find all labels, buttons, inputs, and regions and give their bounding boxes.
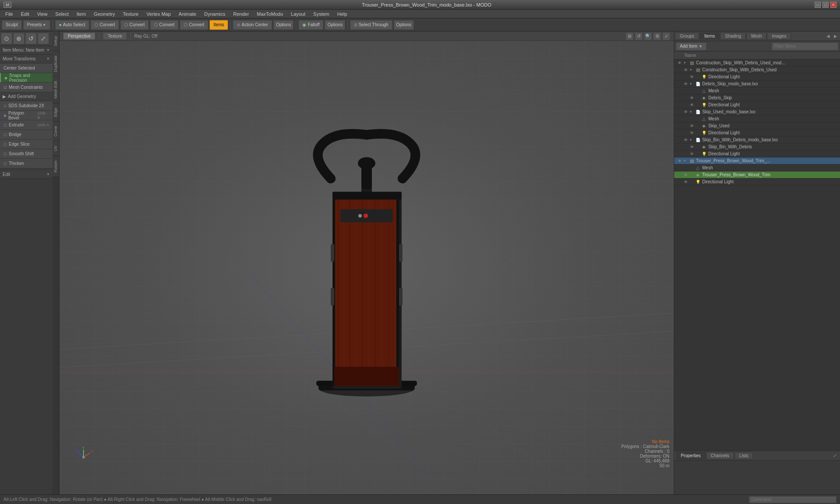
options1-button[interactable]: Options	[273, 20, 294, 30]
eye-icon[interactable]: 👁	[682, 180, 689, 184]
list-item[interactable]: 👁▾📄Skip_Bin_With_Debris_modo_base.lxo	[674, 136, 840, 144]
maximize-button[interactable]: □	[822, 2, 829, 8]
mesh-constraints-button[interactable]: ⊡ Mesh Constraints	[0, 83, 52, 92]
list-item[interactable]: 👁▾▤Trouser_Press_Brown_Wood_Trim_...	[674, 158, 840, 164]
snaps-precision-button[interactable]: ◈ Snaps and Precision	[0, 73, 52, 83]
viewport-icon-3[interactable]: 🔍	[644, 32, 652, 40]
bridge-button[interactable]: ⬡ Bridge	[0, 130, 52, 140]
tab-meshedit[interactable]: Mesh Edit	[52, 77, 59, 103]
falloff-button[interactable]: ◉ Falloff	[298, 20, 323, 30]
menu-texture[interactable]: Texture	[119, 10, 142, 18]
item-menu-button[interactable]: Item Menu: New Item ▼	[0, 46, 52, 55]
items-button[interactable]: Items	[210, 20, 228, 30]
list-item[interactable]: △Mesh	[674, 116, 840, 122]
eye-icon[interactable]: 👁	[688, 75, 695, 79]
viewport-tab-perspective[interactable]: Perspective	[63, 32, 95, 40]
menu-file[interactable]: File	[2, 10, 17, 18]
options3-button[interactable]: Options	[394, 20, 414, 30]
sds-subdivide-button[interactable]: ◇ SDS Subdivide 2X	[0, 101, 52, 111]
convert2-button[interactable]: ⬡ Convert	[120, 20, 149, 30]
convert4-button[interactable]: ⬡ Convert	[180, 20, 208, 30]
tab-edge[interactable]: Edge	[52, 103, 59, 122]
extrude-button[interactable]: ⬡ Extrude Shift-X	[0, 120, 52, 130]
close-button[interactable]: ✕	[830, 2, 836, 8]
eye-icon[interactable]: 👁	[688, 103, 695, 107]
eye-icon[interactable]: 👁	[682, 173, 689, 177]
edit-header[interactable]: Edit ▼	[0, 170, 52, 179]
list-item[interactable]: 👁▾▤Construction_Skip_With_Debris_Used_mo…	[674, 60, 840, 66]
list-item[interactable]: 👁◈Skip_Bin_With_Debris	[674, 144, 840, 150]
thicken-button[interactable]: ⬡ Thicken	[0, 159, 52, 168]
tab-groups[interactable]: Groups	[675, 32, 699, 40]
viewport-icon-5[interactable]: ⤢	[662, 32, 670, 40]
menu-system[interactable]: System	[310, 10, 333, 18]
menu-animate[interactable]: Animate	[175, 10, 200, 18]
eye-icon[interactable]: 👁	[688, 131, 695, 135]
tool-select-icon[interactable]: ⊙	[1, 33, 12, 44]
menu-select[interactable]: Select	[52, 10, 72, 18]
tab-curve[interactable]: Curve	[52, 122, 59, 141]
eye-icon[interactable]: 👁	[688, 124, 695, 128]
tool-scale-icon[interactable]: ⤢	[38, 33, 49, 44]
command-input[interactable]	[749, 496, 836, 503]
list-item[interactable]: 👁▾📄Skip_Used_modo_base.lxo	[674, 108, 840, 116]
list-item[interactable]: 👁💡Directional Light	[674, 102, 840, 108]
tab-channels[interactable]: Channels	[706, 452, 734, 459]
add-item-button[interactable]: Add Item ▼	[676, 42, 707, 50]
tab-shading[interactable]: Shading	[720, 32, 746, 40]
tab-properties[interactable]: Properties	[676, 452, 706, 459]
eye-icon[interactable]: 👁	[676, 61, 683, 65]
menu-layout[interactable]: Layout	[287, 10, 309, 18]
more-transforms-button[interactable]: More Transforms ▼	[0, 55, 52, 63]
menu-render[interactable]: Render	[230, 10, 252, 18]
menu-maxtomodo[interactable]: MaxToModo	[253, 10, 287, 18]
eye-icon[interactable]: 👁	[688, 96, 695, 100]
minimize-button[interactable]: ─	[815, 2, 821, 8]
tab-images[interactable]: Images	[767, 32, 791, 40]
auto-select-button[interactable]: ● Auto Select	[55, 20, 89, 30]
eye-icon[interactable]: 👁	[682, 68, 689, 72]
convert3-button[interactable]: ⬡ Convert	[150, 20, 178, 30]
list-item[interactable]: 👁▾📄Debris_Skip_modo_base.lxo	[674, 80, 840, 88]
list-item[interactable]: △Mesh	[674, 88, 840, 94]
list-item[interactable]: △Mesh	[674, 164, 840, 172]
viewport-3d[interactable]: No Items Polygons : Catmull-Clark Channe…	[60, 41, 674, 494]
eye-icon[interactable]: 👁	[688, 145, 695, 149]
sculpt-button[interactable]: Sculpt	[2, 20, 22, 30]
polygon-bevel-button[interactable]: ◈ Polygon Bevel Shift-B	[0, 111, 52, 120]
add-geometry-header[interactable]: ▶ Add Geometry	[0, 92, 52, 101]
tab-fusion[interactable]: Fusion	[52, 156, 59, 177]
tab-lists[interactable]: Lists	[735, 452, 753, 459]
menu-item[interactable]: Item	[73, 10, 89, 18]
panel-expand-icon[interactable]: ⤢	[831, 453, 838, 458]
eye-icon[interactable]: 👁	[682, 110, 689, 114]
list-item[interactable]: 👁◈Debris_Skip	[674, 94, 840, 102]
list-item[interactable]: 👁💡Directional Light	[674, 178, 840, 186]
presets-button[interactable]: Presets ▼	[23, 20, 50, 30]
viewport-icon-1[interactable]: ⊞	[626, 32, 634, 40]
menu-vertexmap[interactable]: Vertex Map	[143, 10, 175, 18]
menu-edit[interactable]: Edit	[18, 10, 33, 18]
panel-icon-2[interactable]: ▶	[832, 33, 839, 40]
tab-items[interactable]: Items	[700, 32, 720, 40]
menu-geometry[interactable]: Geometry	[90, 10, 118, 18]
tab-duplicate[interactable]: Duplicate	[52, 51, 59, 77]
items-filter-input[interactable]	[772, 42, 838, 50]
viewport-icon-2[interactable]: ↺	[635, 32, 643, 40]
action-center-button[interactable]: ⊕ Action Center	[233, 20, 272, 30]
menu-help[interactable]: Help	[334, 10, 351, 18]
edge-slice-button[interactable]: ⬡ Edge Slice	[0, 140, 52, 149]
select-through-button[interactable]: ⊞ Select Through	[350, 20, 392, 30]
viewport-icon-4[interactable]: ⚙	[653, 32, 661, 40]
options2-button[interactable]: Options	[325, 20, 345, 30]
center-selected-button[interactable]: Center Selected	[0, 63, 52, 73]
list-item[interactable]: 👁💡Directional Light	[674, 150, 840, 158]
menu-view[interactable]: View	[34, 10, 51, 18]
list-item[interactable]: 👁💡Directional Light	[674, 130, 840, 136]
panel-icon-1[interactable]: ◀	[825, 33, 832, 40]
tab-mesh[interactable]: Mesh	[746, 32, 766, 40]
eye-icon[interactable]: 👁	[682, 138, 689, 142]
tool-rotate-icon[interactable]: ↺	[25, 33, 37, 44]
list-item[interactable]: 👁▾▤Construction_Skip_With_Debris_Used	[674, 66, 840, 74]
eye-icon[interactable]: 👁	[682, 82, 689, 86]
